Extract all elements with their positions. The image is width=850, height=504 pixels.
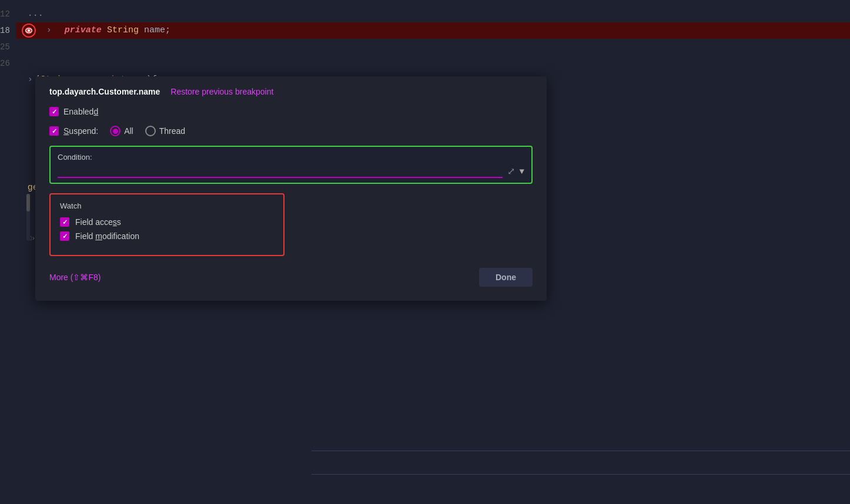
field-access-label: Field access bbox=[75, 217, 121, 227]
expand-icon[interactable]: ⤢ bbox=[507, 166, 515, 177]
line-numbers: 12 18 25 26 bbox=[0, 0, 16, 504]
enabled-checkbox[interactable] bbox=[49, 107, 59, 116]
suspend-radio-group: All Thread bbox=[110, 126, 185, 136]
separator-line-top bbox=[312, 451, 850, 451]
popup-header: top.dayarch.Customer.name Restore previo… bbox=[49, 87, 533, 96]
done-button[interactable]: Done bbox=[479, 268, 533, 287]
field-modification-checkbox[interactable] bbox=[60, 231, 69, 241]
watch-title: Watch bbox=[60, 201, 274, 210]
suspend-checkbox-label[interactable]: Suspend: bbox=[49, 126, 98, 136]
breakpoint-icon[interactable] bbox=[22, 23, 36, 38]
condition-label: Condition: bbox=[58, 153, 524, 162]
condition-box: Condition: ⤢ ▼ bbox=[49, 146, 533, 184]
dropdown-arrow[interactable]: ▼ bbox=[520, 167, 524, 176]
enabled-label: Enabledd bbox=[63, 107, 98, 116]
field-modification-label: Field modification bbox=[75, 231, 139, 241]
scrollbar-thumb[interactable] bbox=[26, 194, 30, 211]
field-modification-row[interactable]: Field modification bbox=[60, 231, 274, 241]
enabled-row: Enabledd bbox=[49, 107, 533, 116]
watch-box: Watch Field access Field modification bbox=[49, 193, 285, 256]
radio-all[interactable] bbox=[110, 126, 121, 136]
radio-all-label[interactable]: All bbox=[110, 126, 133, 136]
field-access-checkbox[interactable] bbox=[60, 217, 69, 227]
enabled-checkbox-label[interactable]: Enabledd bbox=[49, 107, 98, 116]
suspend-checkbox[interactable] bbox=[49, 126, 59, 136]
suspend-label: Suspend: bbox=[63, 126, 98, 136]
field-access-row[interactable]: Field access bbox=[60, 217, 274, 227]
breakpoint-title: top.dayarch.Customer.name bbox=[49, 87, 160, 96]
restore-link[interactable]: Restore previous breakpoint bbox=[170, 87, 273, 96]
separator-line-bottom bbox=[312, 474, 850, 475]
code-line-12: ... bbox=[28, 6, 850, 22]
condition-input-row: ⤢ ▼ bbox=[58, 165, 524, 183]
eye-icon bbox=[25, 28, 32, 33]
all-label: All bbox=[124, 126, 133, 136]
breakpoint-popup: top.dayarch.Customer.name Restore previo… bbox=[35, 76, 547, 301]
main-container: 12 18 25 26 ... bbox=[0, 0, 850, 504]
more-link[interactable]: More (⇧⌘F8) bbox=[49, 273, 101, 282]
popup-footer: More (⇧⌘F8) Done bbox=[49, 268, 533, 287]
radio-thread-label[interactable]: Thread bbox=[145, 126, 185, 136]
thread-label: Thread bbox=[159, 126, 185, 136]
svg-point-1 bbox=[28, 29, 30, 32]
suspend-row: Suspend: All Thread bbox=[49, 126, 533, 136]
scrollbar-track bbox=[26, 194, 30, 241]
condition-input[interactable] bbox=[58, 165, 503, 178]
radio-thread[interactable] bbox=[145, 126, 156, 136]
code-line-18: › private String name; bbox=[16, 22, 850, 39]
